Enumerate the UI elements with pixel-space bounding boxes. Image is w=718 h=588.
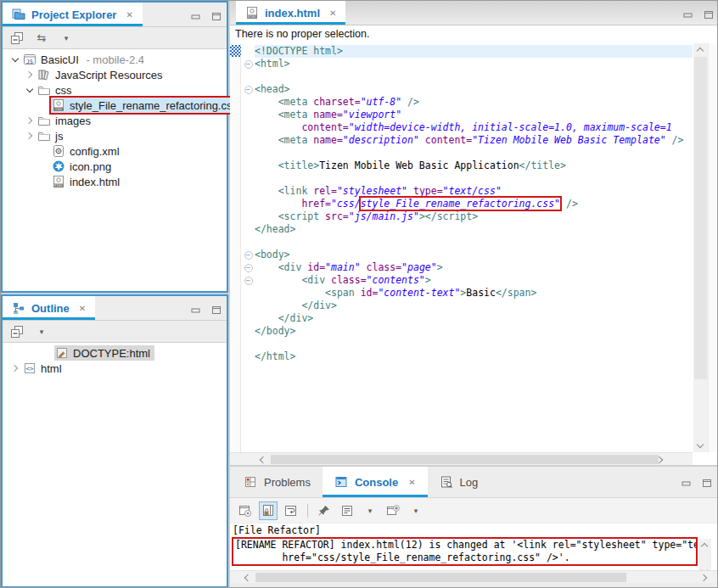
code-line[interactable]: </div>: [242, 312, 693, 325]
close-icon[interactable]: ✕: [79, 304, 86, 313]
project-explorer-tab-bar: Project Explorer ✕: [3, 3, 227, 27]
chevron-collapsed-icon[interactable]: [22, 133, 36, 138]
maximize-icon[interactable]: [702, 476, 712, 491]
code-line[interactable]: content="width=device-width, initial-sca…: [242, 121, 693, 134]
code-line[interactable]: −<html>: [242, 58, 693, 70]
code-line[interactable]: href="css/style_File_rename_refactoring.…: [242, 198, 693, 210]
tree-item-js[interactable]: js: [3, 128, 227, 143]
code-line[interactable]: <span id="content-text">Basic</span>: [242, 287, 693, 300]
code-line[interactable]: [242, 172, 693, 185]
tab-problems[interactable]: Problems: [232, 467, 323, 497]
link-editor-button[interactable]: ⇆: [33, 30, 50, 47]
tab-index-html[interactable]: html index.html ✕: [236, 1, 345, 25]
code-line[interactable]: −<body>: [242, 249, 693, 261]
menu-arrow-icon[interactable]: ▾: [362, 502, 379, 519]
menu-arrow-icon[interactable]: ▾: [407, 502, 424, 519]
code-line[interactable]: <!DOCTYPE html>: [242, 45, 693, 58]
code-line[interactable]: </div>: [242, 300, 693, 312]
tree-item-config-xml[interactable]: config.xml: [3, 143, 227, 159]
scroll-up-icon[interactable]: [701, 543, 708, 550]
tab-outline[interactable]: Outline ✕: [3, 296, 95, 320]
tab-log[interactable]: Log: [428, 467, 491, 497]
scroll-left-icon[interactable]: [244, 574, 251, 581]
scroll-left-icon[interactable]: [260, 456, 266, 463]
tab-project-explorer[interactable]: Project Explorer ✕: [3, 3, 143, 26]
chevron-collapsed-icon[interactable]: [22, 72, 36, 77]
code-line[interactable]: </html>: [242, 350, 693, 363]
close-icon[interactable]: ✕: [329, 8, 336, 18]
fold-gutter: [242, 45, 255, 58]
close-icon[interactable]: ✕: [408, 478, 415, 487]
scroll-lock-button[interactable]: [260, 502, 277, 519]
collapse-all-button[interactable]: [8, 323, 25, 340]
minimize-icon[interactable]: [683, 8, 693, 23]
code-line[interactable]: <link rel="stylesheet" type="text/css": [242, 185, 693, 198]
code-line[interactable]: −<head>: [242, 83, 693, 96]
console-horizontal-scrollbar[interactable]: [230, 570, 718, 583]
tree-item-images[interactable]: images: [3, 113, 227, 128]
code-line[interactable]: <meta charset="utf-8" />: [242, 96, 693, 109]
console-list-button[interactable]: [339, 502, 356, 519]
console-output-line: href="css/style_File_rename_refactoring.…: [233, 552, 696, 564]
tree-item-javascript-resources[interactable]: JavaScript Resources: [3, 67, 227, 82]
code-line[interactable]: <title>Tizen Mobile Web Basic Applicatio…: [242, 160, 693, 172]
console-tab-bar: ProblemsConsole✕Log: [230, 467, 718, 498]
code-line[interactable]: − <div class="contents">: [242, 274, 693, 287]
scrollbar-thumb[interactable]: [694, 57, 707, 379]
scroll-right-icon[interactable]: [700, 574, 707, 581]
word-wrap-button[interactable]: [283, 502, 300, 519]
fold-collapse-icon[interactable]: −: [242, 58, 255, 70]
maximize-icon[interactable]: [704, 8, 714, 23]
open-console-button[interactable]: [384, 502, 401, 519]
menu-arrow-icon[interactable]: ▾: [58, 30, 75, 47]
minimize-icon[interactable]: [191, 303, 201, 318]
code-line[interactable]: <meta name="viewport": [242, 109, 693, 121]
code-line[interactable]: [242, 236, 693, 249]
maximize-icon[interactable]: [211, 9, 222, 25]
close-icon[interactable]: ✕: [126, 10, 132, 20]
pin-console-button[interactable]: [316, 502, 333, 519]
scroll-up-icon[interactable]: [697, 48, 704, 54]
scrollbar-thumb[interactable]: [271, 455, 659, 464]
fold-collapse-icon[interactable]: −: [242, 261, 255, 274]
fold-collapse-icon[interactable]: −: [242, 83, 255, 96]
code-line[interactable]: <script src="js/main.js"></script>: [242, 210, 693, 223]
tree-item-basicui[interactable]: JSBasicUI - mobile-2.4: [3, 52, 227, 67]
chevron-expanded-icon[interactable]: [8, 59, 22, 61]
tree-item-index-html[interactable]: htmlindex.html: [3, 174, 227, 189]
console-output[interactable]: [File Refactor] [RENAME REFACTOR] index.…: [230, 524, 718, 570]
tree-item-html[interactable]: <>html: [3, 361, 227, 376]
tree-item-icon-png[interactable]: icon.png: [3, 159, 227, 174]
fold-gutter: [242, 287, 255, 300]
minimize-icon[interactable]: [191, 9, 201, 25]
editor-horizontal-scrollbar[interactable]: [230, 452, 693, 465]
fold-gutter: [242, 121, 255, 134]
maximize-icon[interactable]: [211, 303, 222, 318]
code-line[interactable]: </head>: [242, 223, 693, 236]
tree-item-style-file-rename-refactoring-css[interactable]: cssstyle_File_rename_refactoring.css: [3, 98, 227, 113]
fold-gutter: [242, 350, 255, 363]
code-line[interactable]: </body>: [242, 325, 693, 338]
editor-tab-bar: html index.html ✕: [230, 1, 718, 25]
fold-collapse-icon[interactable]: −: [242, 249, 255, 261]
code-editor[interactable]: <!DOCTYPE html>−<html>−<head> <meta char…: [230, 43, 718, 452]
collapse-all-button[interactable]: [8, 30, 25, 47]
fold-collapse-icon[interactable]: −: [242, 274, 255, 287]
menu-arrow-icon[interactable]: ▾: [33, 323, 50, 340]
scroll-down-icon[interactable]: [697, 441, 704, 448]
tree-item-css[interactable]: css: [3, 82, 227, 98]
code-line[interactable]: − <div id="main" class="page">: [242, 261, 693, 274]
code-line[interactable]: [242, 147, 693, 160]
tree-item-doctype-html[interactable]: DOCTYPE:html: [3, 345, 227, 361]
code-line[interactable]: <meta name="description" content="Tizen …: [242, 134, 693, 147]
minimize-icon[interactable]: [682, 476, 692, 491]
chevron-expanded-icon[interactable]: [22, 89, 36, 92]
chevron-collapsed-icon[interactable]: [22, 118, 36, 123]
scrollbar-thumb[interactable]: [255, 573, 626, 582]
chevron-collapsed-icon[interactable]: [8, 366, 22, 371]
code-line[interactable]: [242, 338, 693, 350]
tab-console[interactable]: Console✕: [323, 467, 428, 497]
editor-vertical-scrollbar[interactable]: [693, 43, 708, 452]
code-line[interactable]: [242, 70, 693, 83]
clear-console-button[interactable]: [237, 502, 254, 519]
